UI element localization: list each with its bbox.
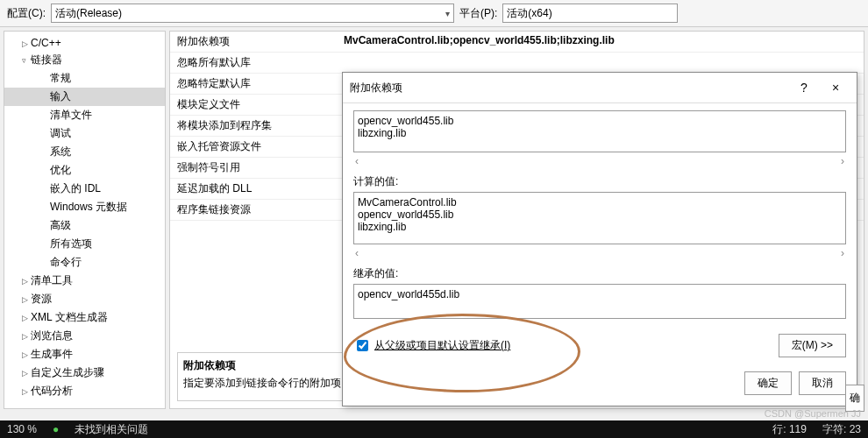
tree-item-label: 生成事件: [31, 348, 73, 360]
property-label: 程序集链接资源: [170, 200, 337, 220]
line-indicator: 行: 119: [772, 422, 807, 437]
tree-item[interactable]: ▷XML 文档生成器: [4, 308, 165, 327]
tree-item[interactable]: ▿链接器: [4, 51, 165, 69]
tree-item-label: 清单工具: [31, 274, 73, 286]
dialog-title: 附加依赖项: [350, 81, 402, 95]
inherited-values: [353, 284, 846, 319]
property-label: 强制符号引用: [170, 158, 337, 178]
tree-item[interactable]: 嵌入的 IDL: [4, 180, 165, 198]
property-value: MvCameraControl.lib;opencv_world455.lib;…: [337, 32, 864, 52]
watermark-text: CSDN @Supermen JJ: [765, 408, 861, 419]
tree-item[interactable]: 优化: [4, 161, 165, 180]
tree-item-label: 资源: [31, 293, 52, 305]
tree-item[interactable]: 清单文件: [4, 106, 165, 124]
tree-item[interactable]: ▷清单工具: [4, 272, 165, 290]
config-dropdown[interactable]: 活动(Release) ▾: [51, 4, 454, 23]
property-label: 忽略所有默认库: [170, 53, 337, 73]
property-row[interactable]: 附加依赖项MvCameraControl.lib;opencv_world455…: [170, 32, 864, 53]
tree-item[interactable]: 命令行: [4, 253, 165, 272]
tree-arrow-icon: ▷: [22, 332, 31, 341]
tree-item-label: 代码分析: [31, 385, 73, 397]
tree-arrow-icon: ▷: [22, 295, 31, 304]
tree-item[interactable]: 所有选项: [4, 235, 165, 253]
platform-label: 平台(P):: [459, 6, 497, 21]
chevron-down-icon: ▾: [445, 9, 450, 18]
tree-arrow-icon: ▷: [22, 387, 31, 396]
nav-tree: ▷C/C++▿链接器常规输入清单文件调试系统优化嵌入的 IDLWindows 元…: [4, 31, 166, 409]
property-label: 将模块添加到程序集: [170, 116, 337, 136]
property-label: 忽略特定默认库: [170, 74, 337, 94]
property-label: 附加依赖项: [170, 32, 337, 52]
tree-item-label: 链接器: [31, 53, 62, 66]
tree-arrow-icon: ▷: [22, 277, 31, 286]
tree-item-label: 优化: [50, 164, 71, 176]
tree-item-label: 高级: [50, 219, 71, 231]
computed-label: 计算的值:: [353, 174, 846, 189]
tree-arrow-icon: ▷: [22, 39, 31, 48]
property-label: 嵌入托管资源文件: [170, 137, 337, 157]
tree-item-label: 系统: [50, 145, 71, 158]
status-bar: 130 % ● 未找到相关问题 行: 119 字符: 23: [0, 420, 868, 438]
tree-item-label: 调试: [50, 127, 71, 139]
tree-item[interactable]: 高级: [4, 216, 165, 235]
tree-item[interactable]: ▷资源: [4, 290, 165, 308]
tree-item[interactable]: ▷自定义生成步骤: [4, 364, 165, 382]
property-label: 模块定义文件: [170, 95, 337, 115]
help-button[interactable]: ?: [790, 78, 818, 97]
zoom-level: 130 %: [7, 423, 37, 435]
tree-item-label: 输入: [50, 90, 71, 102]
tree-item[interactable]: ▷代码分析: [4, 382, 165, 400]
ok-button[interactable]: 确定: [744, 371, 792, 395]
tree-item[interactable]: ▷浏览信息: [4, 327, 165, 345]
inherit-checkbox[interactable]: [357, 340, 368, 351]
tree-item-label: 命令行: [50, 256, 82, 268]
inherit-checkbox-label[interactable]: 从父级或项目默认设置继承(I): [374, 338, 510, 353]
platform-value: 活动(x64): [507, 6, 551, 21]
deps-input[interactable]: [353, 110, 846, 152]
check-icon: ●: [53, 423, 59, 435]
tree-item-label: C/C++: [31, 37, 61, 49]
cancel-button[interactable]: 取消: [799, 371, 846, 395]
tree-item-label: Windows 元数据: [50, 201, 127, 213]
property-value: [337, 53, 864, 73]
tree-item-label: 自定义生成步骤: [31, 366, 104, 378]
macro-button[interactable]: 宏(M) >>: [779, 334, 846, 357]
config-value: 活动(Release): [55, 6, 122, 21]
tree-item-label: 浏览信息: [31, 329, 73, 342]
tree-arrow-icon: ▷: [22, 314, 31, 322]
tree-item-label: 常规: [50, 72, 71, 84]
issues-text: 未找到相关问题: [75, 422, 148, 437]
tree-item-label: 清单文件: [50, 109, 92, 121]
tree-arrow-icon: ▿: [22, 56, 31, 65]
tree-item[interactable]: 系统: [4, 143, 165, 161]
close-button[interactable]: ×: [822, 78, 850, 97]
tree-item-label: 所有选项: [50, 237, 92, 250]
config-label: 配置(C):: [7, 6, 46, 21]
additional-deps-dialog: 附加依赖项 ? × ‹› 计算的值: ‹› 继承的值: 从父级或项目默认设置继承…: [342, 72, 857, 406]
tree-item[interactable]: 输入: [4, 88, 165, 106]
tree-item[interactable]: ▷C/C++: [4, 35, 165, 51]
tree-arrow-icon: ▷: [22, 369, 31, 378]
tree-arrow-icon: ▷: [22, 350, 31, 359]
property-label: 延迟加载的 DLL: [170, 179, 337, 199]
property-row[interactable]: 忽略所有默认库: [170, 53, 864, 74]
computed-values: [353, 192, 846, 244]
tree-item-label: 嵌入的 IDL: [50, 182, 101, 194]
tree-item-label: XML 文档生成器: [31, 311, 108, 323]
col-indicator: 字符: 23: [822, 422, 861, 437]
tree-item[interactable]: Windows 元数据: [4, 198, 165, 216]
tree-item[interactable]: 调试: [4, 124, 165, 143]
inherited-label: 继承的值:: [353, 266, 846, 281]
tree-item[interactable]: ▷生成事件: [4, 345, 165, 364]
tree-item[interactable]: 常规: [4, 69, 165, 88]
platform-dropdown[interactable]: 活动(x64): [502, 4, 678, 23]
